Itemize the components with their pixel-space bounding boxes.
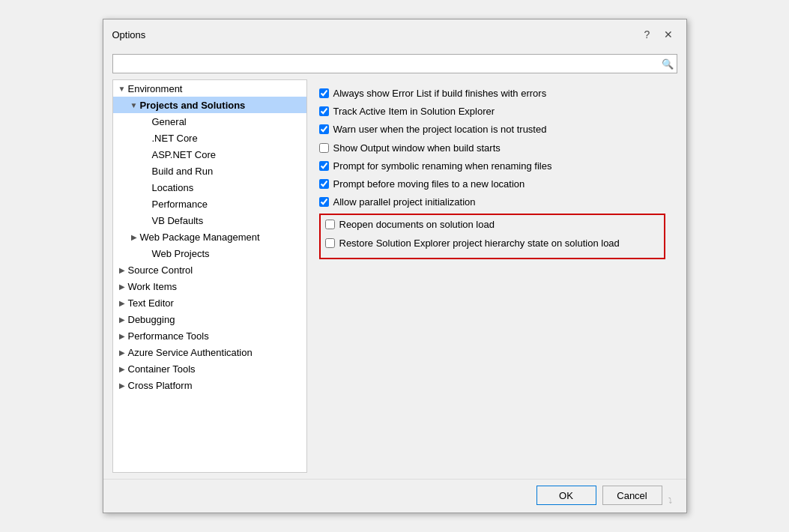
checkbox-track-active-item[interactable] xyxy=(319,106,329,116)
tree-label-net-core: .NET Core xyxy=(152,133,198,144)
options-dialog: Options ? ✕ 🔍 ▼Environment▼Projects and … xyxy=(103,19,687,513)
title-bar-left: Options xyxy=(112,29,146,40)
tree-item-net-core[interactable]: ▶.NET Core xyxy=(113,130,306,146)
resize-grip: ⤵ xyxy=(668,496,677,505)
tree-label-environment: Environment xyxy=(128,83,183,94)
tree-label-web-projects: Web Projects xyxy=(152,248,210,259)
expand-icon-projects-and-solutions[interactable]: ▼ xyxy=(128,99,140,111)
help-button[interactable]: ? xyxy=(638,25,656,43)
tree-item-cross-platform[interactable]: ▶Cross Platform xyxy=(113,377,306,393)
tree-label-projects-and-solutions: Projects and Solutions xyxy=(140,100,246,111)
main-content: ▼Environment▼Projects and Solutions▶Gene… xyxy=(112,79,677,473)
tree-label-source-control: Source Control xyxy=(128,265,193,276)
option-label-prompt-moving: Prompt before moving files to a new loca… xyxy=(333,178,525,191)
tree-item-vb-defaults[interactable]: ▶VB Defaults xyxy=(113,212,306,229)
dialog-footer: OK Cancel ⤵ xyxy=(103,479,686,513)
option-label-always-show-error: Always show Error List if build finishes… xyxy=(333,87,547,100)
tree-label-debugging: Debugging xyxy=(128,314,175,325)
tree-label-general: General xyxy=(152,116,187,127)
tree-item-projects-and-solutions[interactable]: ▼Projects and Solutions xyxy=(113,97,306,113)
option-label-allow-parallel: Allow parallel project initialization xyxy=(333,196,476,209)
expand-icon-performance-tools[interactable]: ▶ xyxy=(116,330,128,342)
tree-item-container-tools[interactable]: ▶Container Tools xyxy=(113,360,306,377)
tree-item-web-projects[interactable]: ▶Web Projects xyxy=(113,245,306,262)
option-label-prompt-symbolic: Prompt for symbolic renaming when renami… xyxy=(333,160,552,173)
checkbox-prompt-moving[interactable] xyxy=(319,179,329,189)
tree-label-performance: Performance xyxy=(152,199,208,210)
tree-item-source-control[interactable]: ▶Source Control xyxy=(113,262,306,278)
option-row-allow-parallel: Allow parallel project initialization xyxy=(319,196,665,209)
expand-icon-work-items[interactable]: ▶ xyxy=(116,280,128,292)
tree-item-text-editor[interactable]: ▶Text Editor xyxy=(113,294,306,311)
title-bar-buttons: ? ✕ xyxy=(638,25,677,43)
expand-icon-text-editor[interactable]: ▶ xyxy=(116,297,128,309)
option-row-warn-user: Warn user when the project location is n… xyxy=(319,123,665,136)
tree-item-web-package-management[interactable]: ▶Web Package Management xyxy=(113,229,306,245)
checkbox-allow-parallel[interactable] xyxy=(319,197,329,207)
option-label-reopen-docs: Reopen documents on solution load xyxy=(339,218,495,232)
tree-item-asp-net-core[interactable]: ▶ASP.NET Core xyxy=(113,146,306,163)
search-input[interactable] xyxy=(116,58,662,70)
tree-item-azure-service-auth[interactable]: ▶Azure Service Authentication xyxy=(113,344,306,360)
option-row-restore-hierarchy: Restore Solution Explorer project hierar… xyxy=(325,237,659,250)
tree-label-asp-net-core: ASP.NET Core xyxy=(152,149,217,160)
tree-label-web-package-management: Web Package Management xyxy=(140,232,260,243)
option-label-warn-user: Warn user when the project location is n… xyxy=(333,123,547,136)
search-box: 🔍 xyxy=(112,54,677,73)
tree-item-build-and-run[interactable]: ▶Build and Run xyxy=(113,163,306,179)
checkbox-restore-hierarchy[interactable] xyxy=(325,238,335,248)
tree-label-container-tools: Container Tools xyxy=(128,363,196,375)
expand-icon-debugging[interactable]: ▶ xyxy=(116,313,128,325)
checkbox-always-show-error[interactable] xyxy=(319,88,329,98)
tree-item-performance[interactable]: ▶Performance xyxy=(113,196,306,212)
tree-item-locations[interactable]: ▶Locations xyxy=(113,179,306,196)
option-row-always-show-error: Always show Error List if build finishes… xyxy=(319,87,665,100)
dialog-title: Options xyxy=(112,29,146,40)
dialog-body: 🔍 ▼Environment▼Projects and Solutions▶Ge… xyxy=(103,48,686,479)
ok-button[interactable]: OK xyxy=(536,486,596,505)
expand-icon-container-tools[interactable]: ▶ xyxy=(116,363,128,375)
tree-label-cross-platform: Cross Platform xyxy=(128,380,193,391)
tree-panel: ▼Environment▼Projects and Solutions▶Gene… xyxy=(112,79,307,473)
option-row-prompt-moving: Prompt before moving files to a new loca… xyxy=(319,178,665,191)
option-row-track-active-item: Track Active Item in Solution Explorer xyxy=(319,105,665,118)
expand-icon-web-package-management[interactable]: ▶ xyxy=(128,231,140,243)
highlighted-section: Reopen documents on solution loadRestore… xyxy=(319,214,665,259)
checkbox-show-output[interactable] xyxy=(319,143,329,153)
tree-item-work-items[interactable]: ▶Work Items xyxy=(113,278,306,294)
option-row-reopen-docs: Reopen documents on solution load xyxy=(325,218,659,232)
tree-item-performance-tools[interactable]: ▶Performance Tools xyxy=(113,327,306,344)
close-button[interactable]: ✕ xyxy=(659,25,677,43)
tree-label-locations: Locations xyxy=(152,182,194,193)
tree-label-performance-tools: Performance Tools xyxy=(128,330,209,342)
expand-icon-cross-platform[interactable]: ▶ xyxy=(116,379,128,391)
tree-item-general[interactable]: ▶General xyxy=(113,113,306,130)
expand-icon-environment[interactable]: ▼ xyxy=(116,82,128,94)
tree-label-vb-defaults: VB Defaults xyxy=(152,215,204,226)
tree-label-work-items: Work Items xyxy=(128,281,178,292)
search-icon: 🔍 xyxy=(662,58,674,70)
option-row-show-output: Show Output window when build starts xyxy=(319,142,665,155)
search-row: 🔍 xyxy=(112,54,677,73)
option-label-show-output: Show Output window when build starts xyxy=(333,142,501,155)
tree-item-environment[interactable]: ▼Environment xyxy=(113,80,306,97)
tree-label-azure-service-auth: Azure Service Authentication xyxy=(128,347,253,358)
tree-label-build-and-run: Build and Run xyxy=(152,166,214,177)
cancel-button[interactable]: Cancel xyxy=(602,486,662,505)
title-bar: Options ? ✕ xyxy=(103,19,686,48)
expand-icon-source-control[interactable]: ▶ xyxy=(116,264,128,276)
checkbox-reopen-docs[interactable] xyxy=(325,220,335,229)
option-label-restore-hierarchy: Restore Solution Explorer project hierar… xyxy=(339,237,620,250)
tree-item-debugging[interactable]: ▶Debugging xyxy=(113,311,306,327)
option-label-track-active-item: Track Active Item in Solution Explorer xyxy=(333,105,495,118)
checkbox-warn-user[interactable] xyxy=(319,124,329,134)
options-panel: Always show Error List if build finishes… xyxy=(307,79,677,473)
checkbox-prompt-symbolic[interactable] xyxy=(319,161,329,171)
option-row-prompt-symbolic: Prompt for symbolic renaming when renami… xyxy=(319,160,665,173)
expand-icon-azure-service-auth[interactable]: ▶ xyxy=(116,346,128,358)
tree-label-text-editor: Text Editor xyxy=(128,297,174,309)
